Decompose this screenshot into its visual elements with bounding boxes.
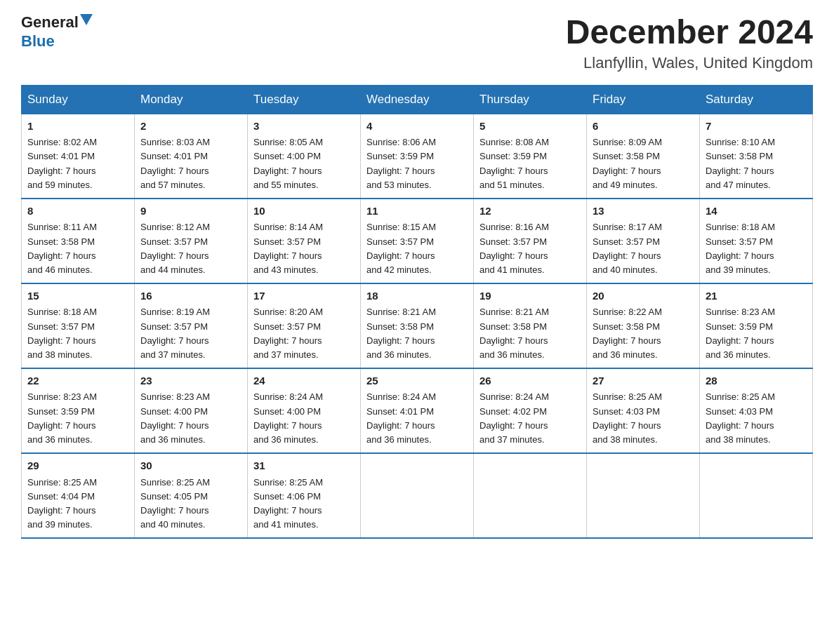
- calendar-cell: 2 Sunrise: 8:03 AMSunset: 4:01 PMDayligh…: [135, 114, 248, 199]
- day-number: 28: [706, 373, 807, 389]
- calendar-header-row: SundayMondayTuesdayWednesdayThursdayFrid…: [22, 85, 813, 114]
- day-number: 12: [479, 203, 581, 220]
- calendar-cell: 8 Sunrise: 8:11 AMSunset: 3:58 PMDayligh…: [22, 199, 135, 283]
- header-wednesday: Wednesday: [361, 85, 474, 114]
- day-info: Sunrise: 8:14 AMSunset: 3:57 PMDaylight:…: [253, 220, 355, 277]
- calendar-cell: 17 Sunrise: 8:20 AMSunset: 3:57 PMDaylig…: [248, 283, 361, 368]
- week-row-4: 22 Sunrise: 8:23 AMSunset: 3:59 PMDaylig…: [22, 368, 813, 453]
- day-number: 20: [593, 288, 694, 304]
- day-info: Sunrise: 8:18 AMSunset: 3:57 PMDaylight:…: [27, 305, 128, 362]
- calendar-cell: 25 Sunrise: 8:24 AMSunset: 4:01 PMDaylig…: [361, 368, 474, 453]
- day-number: 25: [366, 373, 468, 389]
- calendar-cell: 5 Sunrise: 8:08 AMSunset: 3:59 PMDayligh…: [474, 114, 587, 199]
- day-number: 16: [140, 288, 241, 304]
- header-saturday: Saturday: [700, 85, 813, 114]
- calendar-cell: 28 Sunrise: 8:25 AMSunset: 4:03 PMDaylig…: [700, 368, 813, 453]
- calendar-cell: [361, 453, 474, 538]
- calendar-cell: 23 Sunrise: 8:23 AMSunset: 4:00 PMDaylig…: [135, 368, 248, 453]
- day-info: Sunrise: 8:05 AMSunset: 4:00 PMDaylight:…: [253, 135, 355, 192]
- calendar-cell: 20 Sunrise: 8:22 AMSunset: 3:58 PMDaylig…: [587, 283, 700, 368]
- calendar-cell: 30 Sunrise: 8:25 AMSunset: 4:05 PMDaylig…: [135, 453, 248, 538]
- calendar-cell: 4 Sunrise: 8:06 AMSunset: 3:59 PMDayligh…: [361, 114, 474, 199]
- day-info: Sunrise: 8:06 AMSunset: 3:59 PMDaylight:…: [366, 135, 468, 192]
- day-info: Sunrise: 8:03 AMSunset: 4:01 PMDaylight:…: [140, 135, 241, 192]
- day-number: 21: [706, 288, 807, 304]
- calendar-cell: [587, 453, 700, 538]
- day-number: 4: [366, 119, 468, 135]
- day-number: 11: [366, 203, 468, 220]
- day-number: 7: [706, 119, 807, 135]
- day-info: Sunrise: 8:18 AMSunset: 3:57 PMDaylight:…: [706, 220, 807, 277]
- day-number: 18: [366, 288, 468, 304]
- day-info: Sunrise: 8:15 AMSunset: 3:57 PMDaylight:…: [366, 220, 468, 277]
- day-info: Sunrise: 8:23 AMSunset: 3:59 PMDaylight:…: [27, 390, 128, 447]
- day-info: Sunrise: 8:24 AMSunset: 4:00 PMDaylight:…: [253, 390, 355, 447]
- calendar-cell: 26 Sunrise: 8:24 AMSunset: 4:02 PMDaylig…: [474, 368, 587, 453]
- header-thursday: Thursday: [474, 85, 587, 114]
- calendar-cell: 19 Sunrise: 8:21 AMSunset: 3:58 PMDaylig…: [474, 283, 587, 368]
- day-info: Sunrise: 8:21 AMSunset: 3:58 PMDaylight:…: [366, 305, 468, 362]
- day-info: Sunrise: 8:09 AMSunset: 3:58 PMDaylight:…: [593, 135, 694, 192]
- calendar-cell: 21 Sunrise: 8:23 AMSunset: 3:59 PMDaylig…: [700, 283, 813, 368]
- day-info: Sunrise: 8:20 AMSunset: 3:57 PMDaylight:…: [253, 305, 355, 362]
- day-info: Sunrise: 8:22 AMSunset: 3:58 PMDaylight:…: [593, 305, 694, 362]
- day-number: 9: [140, 203, 241, 220]
- week-row-1: 1 Sunrise: 8:02 AMSunset: 4:01 PMDayligh…: [22, 114, 813, 199]
- day-info: Sunrise: 8:17 AMSunset: 3:57 PMDaylight:…: [593, 220, 694, 277]
- calendar-cell: 27 Sunrise: 8:25 AMSunset: 4:03 PMDaylig…: [587, 368, 700, 453]
- day-info: Sunrise: 8:23 AMSunset: 4:00 PMDaylight:…: [140, 390, 241, 447]
- day-number: 29: [27, 458, 128, 474]
- calendar-cell: 1 Sunrise: 8:02 AMSunset: 4:01 PMDayligh…: [22, 114, 135, 199]
- day-info: Sunrise: 8:16 AMSunset: 3:57 PMDaylight:…: [479, 220, 581, 277]
- header-sunday: Sunday: [22, 85, 135, 114]
- calendar-cell: 15 Sunrise: 8:18 AMSunset: 3:57 PMDaylig…: [22, 283, 135, 368]
- day-number: 8: [27, 203, 128, 220]
- day-number: 6: [593, 119, 694, 135]
- page-header: General Blue December 2024 Llanfyllin, W…: [21, 14, 813, 72]
- day-info: Sunrise: 8:02 AMSunset: 4:01 PMDaylight:…: [27, 135, 128, 192]
- day-number: 23: [140, 373, 241, 389]
- day-number: 31: [253, 458, 355, 474]
- day-info: Sunrise: 8:25 AMSunset: 4:04 PMDaylight:…: [27, 476, 128, 532]
- header-friday: Friday: [587, 85, 700, 114]
- calendar-cell: 7 Sunrise: 8:10 AMSunset: 3:58 PMDayligh…: [700, 114, 813, 199]
- day-info: Sunrise: 8:25 AMSunset: 4:03 PMDaylight:…: [706, 390, 807, 447]
- calendar-cell: 14 Sunrise: 8:18 AMSunset: 3:57 PMDaylig…: [700, 199, 813, 283]
- calendar-cell: 31 Sunrise: 8:25 AMSunset: 4:06 PMDaylig…: [248, 453, 361, 538]
- location: Llanfyllin, Wales, United Kingdom: [566, 54, 813, 72]
- logo-general: General: [21, 15, 79, 30]
- calendar-cell: 10 Sunrise: 8:14 AMSunset: 3:57 PMDaylig…: [248, 199, 361, 283]
- logo: General Blue: [21, 14, 93, 51]
- calendar-cell: 6 Sunrise: 8:09 AMSunset: 3:58 PMDayligh…: [587, 114, 700, 199]
- day-number: 30: [140, 458, 241, 474]
- day-info: Sunrise: 8:25 AMSunset: 4:05 PMDaylight:…: [140, 476, 241, 532]
- day-number: 5: [479, 119, 581, 135]
- calendar-cell: 9 Sunrise: 8:12 AMSunset: 3:57 PMDayligh…: [135, 199, 248, 283]
- calendar-table: SundayMondayTuesdayWednesdayThursdayFrid…: [21, 85, 813, 539]
- day-info: Sunrise: 8:23 AMSunset: 3:59 PMDaylight:…: [706, 305, 807, 362]
- week-row-2: 8 Sunrise: 8:11 AMSunset: 3:58 PMDayligh…: [22, 199, 813, 283]
- day-number: 10: [253, 203, 355, 220]
- day-number: 2: [140, 119, 241, 135]
- day-info: Sunrise: 8:25 AMSunset: 4:06 PMDaylight:…: [253, 476, 355, 532]
- day-number: 19: [479, 288, 581, 304]
- week-row-3: 15 Sunrise: 8:18 AMSunset: 3:57 PMDaylig…: [22, 283, 813, 368]
- calendar-cell: 29 Sunrise: 8:25 AMSunset: 4:04 PMDaylig…: [22, 453, 135, 538]
- calendar-cell: 13 Sunrise: 8:17 AMSunset: 3:57 PMDaylig…: [587, 199, 700, 283]
- logo-triangle-icon: [80, 14, 93, 27]
- header-monday: Monday: [135, 85, 248, 114]
- day-number: 27: [593, 373, 694, 389]
- calendar-cell: 3 Sunrise: 8:05 AMSunset: 4:00 PMDayligh…: [248, 114, 361, 199]
- calendar-cell: [700, 453, 813, 538]
- day-info: Sunrise: 8:21 AMSunset: 3:58 PMDaylight:…: [479, 305, 581, 362]
- calendar-cell: [474, 453, 587, 538]
- day-info: Sunrise: 8:19 AMSunset: 3:57 PMDaylight:…: [140, 305, 241, 362]
- day-number: 22: [27, 373, 128, 389]
- day-info: Sunrise: 8:12 AMSunset: 3:57 PMDaylight:…: [140, 220, 241, 277]
- calendar-cell: 22 Sunrise: 8:23 AMSunset: 3:59 PMDaylig…: [22, 368, 135, 453]
- svg-marker-0: [80, 14, 93, 25]
- day-number: 26: [479, 373, 581, 389]
- day-number: 1: [27, 119, 128, 135]
- calendar-cell: 11 Sunrise: 8:15 AMSunset: 3:57 PMDaylig…: [361, 199, 474, 283]
- month-title: December 2024: [566, 14, 813, 51]
